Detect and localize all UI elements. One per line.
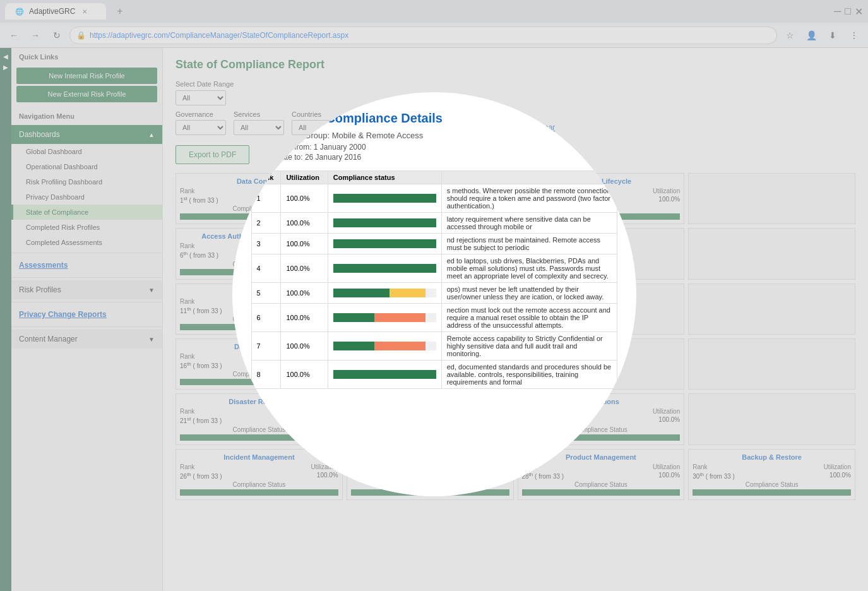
sidebar-item-completed-risk-profiles[interactable]: Completed Risk Profiles — [11, 220, 162, 235]
risk-profiles-header[interactable]: Risk Profiles ▼ — [11, 280, 162, 299]
risk-profiles-label: Risk Profiles — [19, 285, 61, 294]
modal-table: Rank Utilization Compliance status 1 100… — [251, 170, 617, 389]
rank-label: Rank — [180, 298, 194, 305]
menu-button[interactable]: ⋮ — [845, 27, 863, 44]
services-select[interactable]: All — [234, 120, 284, 135]
sidebar-item-risk-profiling-dashboard[interactable]: Risk Profiling Dashboard — [11, 174, 162, 189]
card-placeholder-3 — [688, 228, 855, 279]
util-value: 100.0% — [658, 196, 680, 204]
compliance-status-label: Compliance Status — [693, 481, 851, 488]
util-cell: 100.0% — [281, 184, 328, 213]
card-backup-restore: Backup & Restore Rank Utilization 30th (… — [688, 449, 855, 500]
util-cell: 100.0% — [281, 234, 328, 254]
rank-cell: 4 — [251, 254, 281, 283]
divider-1 — [11, 253, 162, 253]
util-value: 100.0% — [658, 416, 680, 424]
browser-tab[interactable]: 🌐 AdaptiveGRC ✕ — [5, 3, 106, 20]
card-placeholder-1 — [688, 173, 855, 224]
green-bar — [180, 489, 338, 496]
download-button[interactable]: ⬇ — [824, 27, 841, 44]
bar-cell — [328, 254, 441, 283]
url-text: https://adaptivegrc.com/ComplianceManage… — [90, 31, 348, 40]
profile-button[interactable]: 👤 — [802, 27, 820, 44]
privacy-change-reports-link[interactable]: Privacy Change Reports — [11, 305, 162, 324]
bar-cell — [328, 332, 441, 361]
table-row: 4 100.0% ed to laptops, usb drives, Blac… — [251, 254, 617, 283]
table-row: 3 100.0% nd rejections must be maintaine… — [251, 234, 617, 254]
rank-value: 26th ( from 33 ) — [180, 472, 222, 480]
close-window-button[interactable]: ✕ — [855, 6, 863, 18]
rank-label: Rank — [180, 463, 194, 470]
modal-bar — [333, 264, 436, 273]
sidebar-toggle[interactable]: ◀ ▶ — [0, 48, 11, 591]
dashboards-items: Global Dashboard Operational Dashboard R… — [11, 144, 162, 250]
rank-cell: 7 — [251, 332, 281, 361]
new-external-risk-button[interactable]: New External Risk Profile — [16, 86, 157, 102]
date-range-row: All — [175, 90, 855, 105]
rank-label: Rank — [180, 242, 194, 249]
bar-cell — [328, 234, 441, 254]
sidebar-item-completed-assessments[interactable]: Completed Assessments — [11, 235, 162, 250]
util-cell: 100.0% — [281, 332, 328, 361]
date-range-select[interactable]: All — [175, 90, 226, 105]
content-manager-chevron-icon: ▼ — [148, 336, 155, 343]
dashboards-header[interactable]: Dashboards ▲ — [11, 125, 162, 144]
forward-button[interactable]: → — [27, 27, 44, 44]
minimize-button[interactable]: ─ — [834, 6, 841, 17]
sidebar-item-operational-dashboard[interactable]: Operational Dashboard — [11, 159, 162, 174]
green-segment — [333, 218, 436, 227]
modal-table-container[interactable]: Rank Utilization Compliance status 1 100… — [251, 170, 617, 389]
modal-bar — [333, 194, 436, 203]
sidebar-item-privacy-dashboard[interactable]: Privacy Dashboard — [11, 189, 162, 205]
card-values-row: 28th ( from 33 ) 100.0% — [522, 472, 681, 480]
desc-cell: nd rejections must be maintained. Remote… — [441, 234, 617, 254]
util-value: 100.0% — [658, 472, 680, 480]
address-bar[interactable]: 🔒 https://adaptivegrc.com/ComplianceMana… — [69, 27, 777, 44]
governance-select[interactable]: All — [175, 120, 226, 135]
compliance-details-modal[interactable]: State of Compliance Details Activity Gro… — [232, 92, 636, 496]
toggle-arrow-icon: ◀ — [3, 53, 8, 60]
card-values-row: 30th ( from 33 ) 100.0% — [693, 472, 851, 480]
modal-bar — [333, 370, 436, 379]
sidebar: Quick Links New Internal Risk Profile Ne… — [11, 48, 163, 591]
export-to-pdf-button[interactable]: Export to PDF — [175, 145, 249, 164]
green-segment — [333, 239, 436, 248]
rank-cell: 5 — [251, 283, 281, 304]
green-segment — [333, 264, 436, 273]
assessments-link[interactable]: Assessments — [11, 256, 162, 275]
governance-filter: Governance All — [175, 110, 226, 135]
tab-title: AdaptiveGRC — [29, 7, 75, 16]
card-title: Backup & Restore — [693, 453, 851, 461]
bookmark-button[interactable]: ☆ — [781, 27, 799, 44]
governance-label: Governance — [175, 110, 226, 118]
modal-bar — [333, 239, 436, 248]
reload-button[interactable]: ↻ — [48, 27, 66, 44]
desc-cell: Remote access capability to Strictly Con… — [441, 332, 617, 361]
browser-controls: ← → ↻ 🔒 https://adaptivegrc.com/Complian… — [0, 23, 868, 48]
tab-close-button[interactable]: ✕ — [80, 7, 89, 16]
new-internal-risk-button[interactable]: New Internal Risk Profile — [16, 68, 157, 84]
activity-group-value: Mobile & Remote Access — [332, 131, 424, 140]
rank-value: 21st ( from 33 ) — [180, 416, 222, 424]
browser-titlebar: 🌐 AdaptiveGRC ✕ + ─ □ ✕ — [0, 0, 868, 23]
rank-cell: 3 — [251, 234, 281, 254]
util-cell: 100.0% — [281, 361, 328, 389]
card-header-row: Rank Utilization — [693, 463, 851, 470]
card-placeholder-7 — [688, 338, 855, 390]
green-bar — [693, 489, 851, 496]
sidebar-item-state-of-compliance[interactable]: State of Compliance — [11, 205, 162, 220]
back-button[interactable]: ← — [5, 27, 23, 44]
utilization-label: Utilization — [824, 463, 851, 470]
nav-section-risk-profiles: Risk Profiles ▼ — [11, 280, 162, 299]
date-from-value: 1 January 2000 — [314, 143, 366, 152]
dashboards-chevron-icon: ▲ — [148, 131, 155, 138]
util-cell: 100.0% — [281, 283, 328, 304]
maximize-button[interactable]: □ — [845, 6, 851, 17]
green-segment — [333, 194, 436, 203]
bar-cell — [328, 361, 441, 389]
modal-dates: Date from: 1 January 2000 Date to: 26 Ja… — [251, 143, 617, 163]
content-manager-header[interactable]: Content Manager ▼ — [11, 330, 162, 349]
table-row: 6 100.0% nection must lock out the remot… — [251, 304, 617, 332]
sidebar-item-global-dashboard[interactable]: Global Dashboard — [11, 144, 162, 159]
new-tab-button[interactable]: + — [111, 3, 129, 20]
